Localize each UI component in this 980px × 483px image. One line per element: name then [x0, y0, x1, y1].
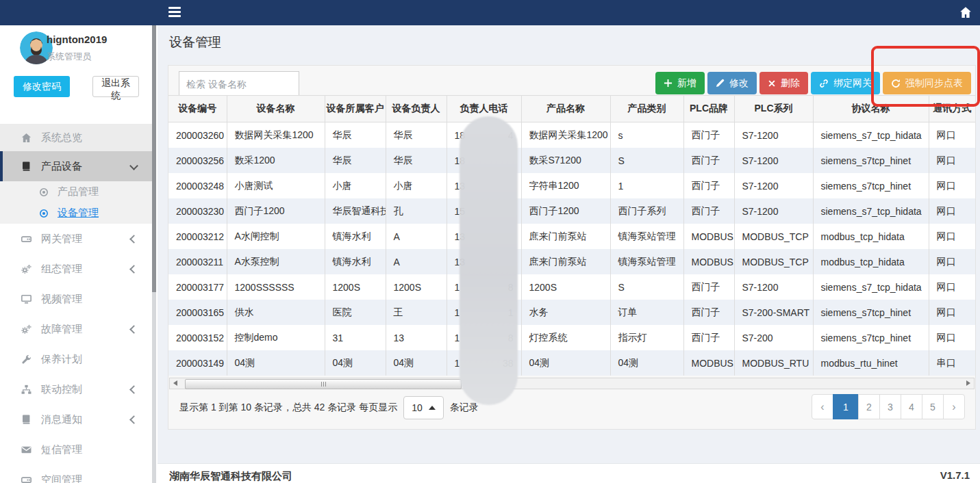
- sidebar-item-sms-management[interactable]: 短信管理: [0, 434, 152, 465]
- device-table-body: 200003260数据网关采集1200华辰华辰184数据网关采集1200s西门子…: [168, 122, 975, 376]
- table-cell: S7-1200: [734, 148, 813, 173]
- table-cell: siemens_s7tcp_hinet: [813, 325, 929, 350]
- table-row[interactable]: 200003260数据网关采集1200华辰华辰184数据网关采集1200s西门子…: [168, 122, 975, 148]
- table-cell: 华辰: [325, 122, 386, 148]
- table-cell: 华辰智通科技: [325, 198, 386, 224]
- table-cell: 小唐: [386, 173, 447, 198]
- prev-page-button[interactable]: ‹: [812, 394, 833, 419]
- table-cell: 网口: [929, 198, 975, 224]
- sidebar-item-linkage-control[interactable]: 联动控制: [0, 374, 152, 404]
- table-cell: 1200S: [325, 274, 386, 300]
- hamburger-icon[interactable]: [168, 7, 181, 19]
- table-cell: 数采1200: [227, 148, 325, 173]
- page-button[interactable]: 2: [858, 394, 880, 419]
- sidebar-item-product-management[interactable]: 产品管理: [0, 181, 152, 203]
- bind-gateway-button[interactable]: 绑定网关: [811, 72, 880, 94]
- table-cell: modbus_tcp_hidata: [813, 249, 929, 274]
- sidebar-item-space-management[interactable]: 空间管理: [0, 465, 152, 483]
- sidebar-item-configuration-management[interactable]: 组态管理: [0, 254, 152, 284]
- column-header[interactable]: PLC系列: [734, 96, 813, 122]
- device-table-wrap: 设备编号设备名称设备所属客户设备负责人负责人电话产品名称产品类别PLC品牌PLC…: [168, 95, 975, 376]
- sidebar-item-video-management[interactable]: 视频管理: [0, 284, 152, 314]
- column-header[interactable]: 设备负责人: [386, 96, 447, 122]
- next-page-button[interactable]: ›: [943, 394, 965, 419]
- table-cell: 200003212: [168, 224, 227, 249]
- page-button[interactable]: 1: [833, 394, 859, 419]
- page-button[interactable]: 3: [879, 394, 901, 419]
- sidebar-scrollbar[interactable]: [152, 25, 156, 483]
- sidebar-item-maintenance-plan[interactable]: 保养计划: [0, 344, 152, 374]
- table-row[interactable]: 2000031771200SSSSSS1200S1200S181200SS西门子…: [168, 274, 975, 300]
- footer: 湖南华辰智通科技有限公司 V1.7.1: [158, 463, 980, 483]
- home-icon[interactable]: [959, 6, 972, 18]
- horizontal-scrollbar[interactable]: [169, 378, 975, 389]
- column-header[interactable]: 设备编号: [168, 96, 227, 122]
- pagination-pages: ‹12345›: [812, 394, 965, 419]
- page-size-dropdown[interactable]: 10: [403, 396, 444, 419]
- table-cell: 西门子: [683, 274, 734, 300]
- footer-version: V1.7.1: [940, 469, 970, 481]
- column-header[interactable]: 负责人电话: [447, 96, 521, 122]
- table-cell: 200003149: [168, 350, 227, 376]
- force-sync-points-button[interactable]: 强制同步点表: [883, 72, 971, 94]
- sidebar-item-product-device[interactable]: 产品设备: [0, 151, 152, 181]
- column-header[interactable]: 产品名称: [521, 96, 610, 122]
- table-cell: 数据网关采集1200: [521, 122, 610, 148]
- scroll-right-arrow-icon[interactable]: [966, 380, 970, 386]
- page-button[interactable]: 5: [922, 394, 944, 419]
- toolbar-buttons: 新增 修改 删除 绑定网关 强制同步点表: [655, 72, 971, 94]
- table-cell: 庶来门前泵站: [521, 224, 610, 249]
- dot-circle-icon: [38, 187, 49, 197]
- table-cell: 31: [325, 325, 386, 350]
- horizontal-scrollbar-thumb[interactable]: [185, 379, 462, 389]
- table-row[interactable]: 200003212A水闸控制镇海水利A13庶来门前泵站镇海泵站管理MODBUSM…: [168, 224, 975, 249]
- table-cell: MODBUS_TCP: [734, 224, 813, 249]
- column-header[interactable]: 设备名称: [227, 96, 325, 122]
- username: hignton2019: [47, 34, 107, 45]
- sidebar-item-label: 故障管理: [41, 323, 82, 336]
- sidebar-item-gateway-management[interactable]: 网关管理: [0, 224, 152, 254]
- hdd-icon: [21, 475, 32, 483]
- edit-button[interactable]: 修改: [707, 72, 757, 94]
- x-icon: [768, 79, 776, 88]
- table-cell: 西门子: [683, 148, 734, 173]
- column-header[interactable]: 通讯方式: [929, 96, 975, 122]
- column-header[interactable]: PLC品牌: [683, 96, 734, 122]
- table-cell: S7-1200: [734, 198, 813, 224]
- add-button[interactable]: 新增: [655, 72, 705, 94]
- column-header[interactable]: 协议名称: [813, 96, 929, 122]
- table-row[interactable]: 200003152控制demo311318灯控系统指示灯西门子S7-200sie…: [168, 325, 975, 350]
- delete-button[interactable]: 删除: [759, 72, 808, 94]
- sidebar-item-fault-management[interactable]: 故障管理: [0, 314, 152, 344]
- table-header-row: 设备编号设备名称设备所属客户设备负责人负责人电话产品名称产品类别PLC品牌PLC…: [168, 96, 975, 122]
- book-icon: [21, 415, 32, 424]
- devices-table: 设备编号设备名称设备所属客户设备负责人负责人电话产品名称产品类别PLC品牌PLC…: [168, 95, 975, 376]
- table-cell: A水闸控制: [227, 224, 325, 249]
- column-header[interactable]: 产品类别: [610, 96, 683, 122]
- column-header[interactable]: 设备所属客户: [325, 96, 386, 122]
- sidebar-item-label: 短信管理: [41, 443, 82, 456]
- sidebar-item-message-notification[interactable]: 消息通知: [0, 404, 152, 434]
- table-row[interactable]: 20000314904测04测04测13804测04测MODBUSMODBUS_…: [168, 350, 975, 376]
- table-cell: 15: [447, 198, 521, 224]
- search-input[interactable]: [179, 71, 299, 96]
- table-cell: 西门子: [683, 300, 734, 325]
- table-cell: 1200S: [521, 274, 610, 300]
- logout-button[interactable]: 退出系统: [92, 76, 139, 97]
- table-row[interactable]: 200003256数采1200华辰华辰18数采S71200S西门子S7-1200…: [168, 148, 975, 173]
- table-cell: siemens_s7tcp_hinet: [813, 173, 929, 198]
- table-row[interactable]: 200003211A水泵控制镇海水利A13庶来门前泵站镇海泵站管理MODBUSM…: [168, 249, 975, 274]
- page-button[interactable]: 4: [901, 394, 922, 419]
- table-cell: 华辰: [386, 148, 447, 173]
- scroll-left-arrow-icon[interactable]: [173, 380, 177, 386]
- table-cell: 18: [447, 148, 521, 173]
- sidebar-scrollbar-thumb[interactable]: [152, 25, 156, 292]
- change-password-button[interactable]: 修改密码: [14, 76, 70, 97]
- sidebar-item-device-management[interactable]: 设备管理: [0, 203, 152, 224]
- sidebar-item-system-overview[interactable]: 系统总览: [0, 124, 152, 151]
- table-row[interactable]: 200003165供水医院王11水务订单西门子S7-200-SMARTsieme…: [168, 300, 975, 325]
- table-row[interactable]: 200003248小唐测试小唐小唐13字符串12001西门子S7-1200sie…: [168, 173, 975, 198]
- table-cell: 13: [386, 325, 447, 350]
- table-cell: 小唐: [325, 173, 386, 198]
- table-row[interactable]: 200003230西门子1200华辰智通科技孔15西门子1200西门子系列西门子…: [168, 198, 975, 224]
